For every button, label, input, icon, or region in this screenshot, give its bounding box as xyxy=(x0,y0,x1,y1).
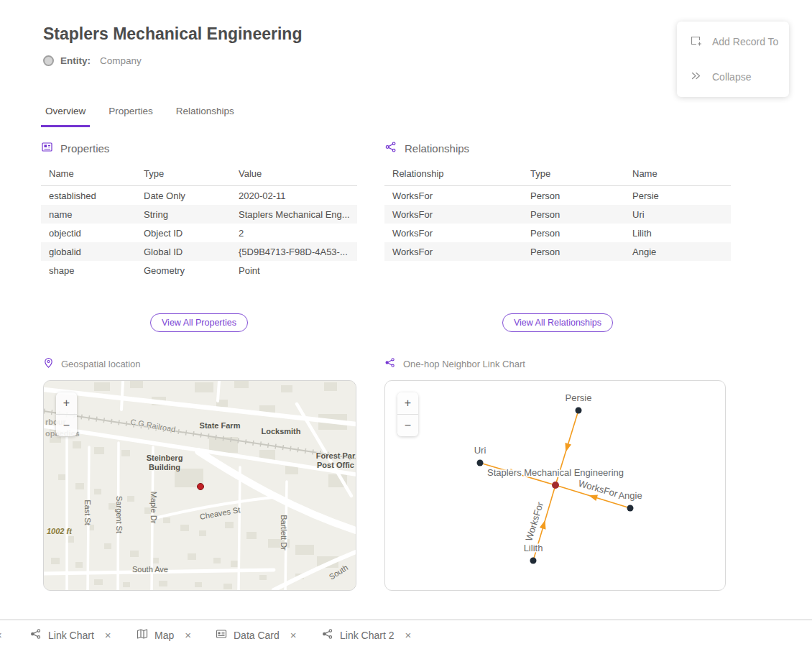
tab-properties[interactable]: Properties xyxy=(104,101,157,127)
tab-close-icon[interactable]: × xyxy=(405,630,411,640)
menu-item-label: Collapse xyxy=(712,71,751,83)
link-cell[interactable]: Uri xyxy=(624,205,731,224)
collapse-icon xyxy=(690,70,702,84)
edge-label: WorksFor xyxy=(523,500,545,543)
map-zoom-out-button[interactable]: − xyxy=(56,415,77,436)
data-card-page: Staplers Mechanical Engineering Entity: … xyxy=(0,0,812,649)
map-label: State Farm xyxy=(200,421,241,430)
clipped-tab-close-icon[interactable]: × xyxy=(0,620,2,649)
table-row: WorksForPersonLilith xyxy=(384,224,731,242)
properties-section-header: Properties xyxy=(41,141,357,155)
link-cell[interactable]: WorksFor xyxy=(384,186,522,206)
map-pin-icon xyxy=(43,357,54,371)
bottom-tab-link-chart[interactable]: Link Chart× xyxy=(30,620,111,649)
map-label: Forest Par xyxy=(316,451,355,460)
properties-section-title: Properties xyxy=(60,142,109,155)
table-row: objectidObject ID2 xyxy=(41,224,357,242)
edge-arrow-icon xyxy=(589,494,598,501)
map-label: East St xyxy=(83,500,92,525)
map-label: 1002 ft xyxy=(47,527,72,535)
tab-close-icon[interactable]: × xyxy=(185,630,191,640)
bottom-tab-map[interactable]: Map× xyxy=(137,620,191,649)
graph-node[interactable] xyxy=(530,558,537,564)
chart-zoom-in-button[interactable]: + xyxy=(397,392,418,415)
cell: Date Only xyxy=(136,186,231,206)
relationships-table: RelationshipTypeNameWorksForPersonPersie… xyxy=(384,165,731,261)
column-header: Name xyxy=(41,165,136,186)
properties-icon xyxy=(41,141,53,155)
edge-arrow-icon xyxy=(565,443,571,452)
map-icon xyxy=(137,628,148,643)
bottom-tab-data-card[interactable]: Data Card× xyxy=(216,620,297,649)
view-all-properties-button[interactable]: View All Properties xyxy=(150,313,248,332)
link-cell[interactable]: Persie xyxy=(624,186,731,206)
chart-zoom-out-button[interactable]: − xyxy=(397,415,418,436)
context-menu: Add Record To Collapse xyxy=(677,22,789,97)
link-chart-canvas: WorksForWorksForPersieUriStaplers Mechan… xyxy=(385,381,725,590)
link-cell[interactable]: WorksFor xyxy=(384,205,522,224)
map-label: C G Railroad xyxy=(130,418,177,434)
cell: Global ID xyxy=(136,242,231,261)
map-labels-layer: C G RailroadState FarmLocksmithSteinberg… xyxy=(44,381,356,590)
edge-label: WorksFor xyxy=(577,478,619,500)
tab-overview[interactable]: Overview xyxy=(41,101,90,127)
one-hop-section-title: One-hop Neighbor Link Chart xyxy=(403,359,525,369)
page-title: Staplers Mechanical Engineering xyxy=(43,24,302,44)
link-cell[interactable]: Angie xyxy=(624,242,731,261)
cell: Person xyxy=(522,205,624,224)
view-all-relationships-button[interactable]: View All Relationships xyxy=(502,313,613,332)
map-label: Post Offic xyxy=(317,461,354,469)
cell: established xyxy=(41,186,136,206)
geospatial-section-header: Geospatial location xyxy=(43,357,141,371)
cell: Staplers Mechanical Eng... xyxy=(231,205,357,224)
column-header: Relationship xyxy=(384,165,522,186)
menu-item-collapse[interactable]: Collapse xyxy=(677,63,789,91)
bottom-tab-link-chart-2[interactable]: Link Chart 2× xyxy=(322,620,411,649)
link-cell[interactable]: WorksFor xyxy=(384,224,522,242)
graph-node[interactable] xyxy=(627,505,634,512)
one-hop-section-header: One-hop Neighbor Link Chart xyxy=(384,357,525,370)
tab-close-icon[interactable]: × xyxy=(290,630,297,640)
cell: Person xyxy=(522,224,624,242)
link-chart-icon xyxy=(384,357,396,370)
bottom-tab-label: Map xyxy=(154,630,174,641)
view-all-properties-wrap: View All Properties xyxy=(41,313,357,332)
table-row: shapeGeometryPoint xyxy=(41,261,357,280)
one-hop-link-chart[interactable]: WorksForWorksForPersieUriStaplers Mechan… xyxy=(384,380,726,591)
table-row: WorksForPersonUri xyxy=(384,205,731,224)
map-label: South Ave xyxy=(132,565,168,574)
link-chart-icon xyxy=(322,628,333,643)
node-label: Uri xyxy=(474,445,486,456)
bottom-tab-label: Link Chart 2 xyxy=(340,630,394,641)
cell: Object ID xyxy=(136,224,231,242)
map-label: Maple Dr xyxy=(149,492,158,524)
cell: 2020-02-11 xyxy=(231,186,357,206)
entity-value: Company xyxy=(100,55,142,66)
graph-node[interactable] xyxy=(477,460,484,466)
link-cell[interactable]: WorksFor xyxy=(384,242,522,261)
relationships-section-header: Relationships xyxy=(384,141,731,155)
link-chart-icon xyxy=(30,628,42,643)
view-all-relationships-wrap: View All Relationships xyxy=(384,313,731,332)
tab-close-icon[interactable]: × xyxy=(105,630,111,640)
map-zoom-in-button[interactable]: + xyxy=(56,392,77,415)
graph-node[interactable] xyxy=(576,408,582,414)
cell: shape xyxy=(41,261,136,280)
map-label: Building xyxy=(149,463,180,471)
properties-table: NameTypeValueestablishedDate Only2020-02… xyxy=(41,165,357,280)
geospatial-map[interactable]: C G RailroadState FarmLocksmithSteinberg… xyxy=(43,380,356,591)
column-header: Type xyxy=(522,165,624,186)
menu-item-add-record-to[interactable]: Add Record To xyxy=(677,27,789,56)
cell: globalid xyxy=(41,242,136,261)
link-cell[interactable]: Lilith xyxy=(624,224,731,242)
column-header: Value xyxy=(231,165,357,186)
column-header: Name xyxy=(624,165,731,186)
bottom-tab-label: Link Chart xyxy=(48,630,94,641)
chart-zoom-control: + − xyxy=(397,392,418,436)
tab-relationships[interactable]: Relationships xyxy=(172,101,239,127)
center-entity-node[interactable] xyxy=(552,482,559,489)
node-label: Angie xyxy=(618,490,642,501)
table-row: WorksForPersonAngie xyxy=(384,242,731,261)
table-row: establishedDate Only2020-02-11 xyxy=(41,186,357,206)
bottom-tab-bar: × Link Chart×Map×Data Card×Link Chart 2× xyxy=(0,620,812,649)
